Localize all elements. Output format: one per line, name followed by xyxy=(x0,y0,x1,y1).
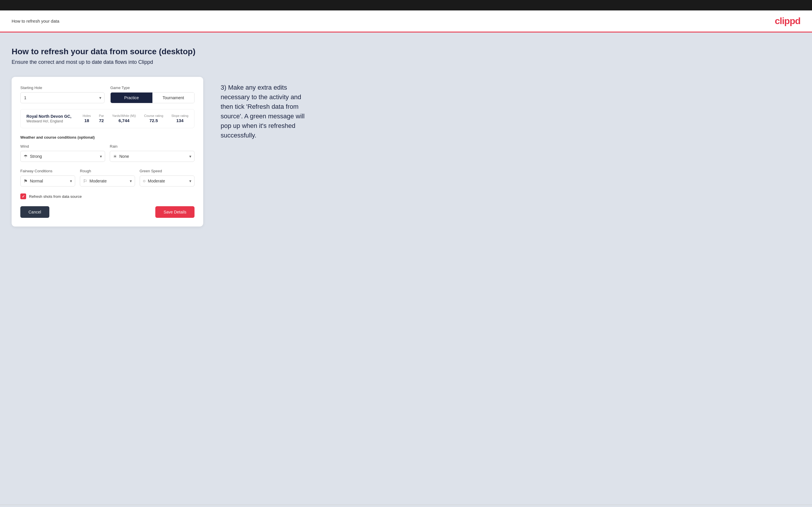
wind-select[interactable]: Strong xyxy=(28,151,105,162)
wind-group: Wind ☂ Strong ▾ xyxy=(20,144,105,162)
rain-group: Rain ☀ None ▾ xyxy=(110,144,195,162)
yards-label: Yards/White (M)) xyxy=(112,114,136,117)
wind-rain-row: Wind ☂ Strong ▾ Rain ☀ None xyxy=(20,144,195,162)
page-heading: How to refresh your data from source (de… xyxy=(12,47,800,56)
wind-label: Wind xyxy=(20,144,105,149)
cancel-button[interactable]: Cancel xyxy=(20,206,49,218)
course-info: Royal North Devon GC, Westward Ho!, Engl… xyxy=(27,114,71,123)
course-row: Royal North Devon GC, Westward Ho!, Engl… xyxy=(20,109,195,128)
yards-value: 6,744 xyxy=(118,118,130,123)
footer: Copyright Clippd 2022 xyxy=(0,505,812,507)
rough-icon: ⚐ xyxy=(80,178,87,184)
wind-icon: ☂ xyxy=(20,154,28,159)
side-note: 3) Make any extra edits necessary to the… xyxy=(221,77,313,140)
page-subheading: Ensure the correct and most up to date d… xyxy=(12,59,800,65)
course-stats: Holes 18 Par 72 Yards/White (M)) 6,744 C… xyxy=(83,114,189,123)
holes-stat: Holes 18 xyxy=(83,114,91,123)
green-speed-select-wrapper[interactable]: ○ Moderate ▾ xyxy=(140,175,195,186)
side-note-text: 3) Make any extra edits necessary to the… xyxy=(221,83,313,140)
tournament-button[interactable]: Tournament xyxy=(152,93,194,103)
par-value: 72 xyxy=(99,118,104,123)
refresh-label: Refresh shots from data source xyxy=(29,194,82,199)
rough-group: Rough ⚐ Moderate ▾ xyxy=(80,169,135,186)
holes-label: Holes xyxy=(83,114,91,117)
course-rating-stat: Course rating 72.5 xyxy=(144,114,163,123)
rain-label: Rain xyxy=(110,144,195,149)
button-row: Cancel Save Details xyxy=(20,206,195,218)
conditions-section-title: Weather and course conditions (optional) xyxy=(20,135,195,139)
starting-hole-select-wrapper[interactable]: 1 ▾ xyxy=(20,92,104,103)
main-content: How to refresh your data from source (de… xyxy=(0,33,812,505)
header-title: How to refresh your data xyxy=(12,18,59,23)
starting-hole-select[interactable]: 1 xyxy=(20,93,104,103)
game-type-toggle: Practice Tournament xyxy=(110,92,195,103)
green-speed-icon: ○ xyxy=(140,178,146,184)
top-bar xyxy=(0,0,812,10)
yards-stat: Yards/White (M)) 6,744 xyxy=(112,114,136,123)
slope-rating-label: Slope rating xyxy=(171,114,189,117)
rain-select-wrapper[interactable]: ☀ None ▾ xyxy=(110,151,195,162)
game-type-group: Game Type Practice Tournament xyxy=(110,86,195,103)
fairway-select-wrapper[interactable]: ⚑ Normal ▾ xyxy=(20,175,75,186)
green-speed-group: Green Speed ○ Moderate ▾ xyxy=(140,169,195,186)
form-panel: Starting Hole 1 ▾ Game Type Practice Tou… xyxy=(12,77,203,227)
save-button[interactable]: Save Details xyxy=(155,206,195,218)
course-rating-label: Course rating xyxy=(144,114,163,117)
rough-select[interactable]: Moderate xyxy=(87,176,135,186)
rough-label: Rough xyxy=(80,169,135,173)
top-form-row: Starting Hole 1 ▾ Game Type Practice Tou… xyxy=(20,86,195,103)
logo: clippd xyxy=(775,16,800,26)
course-location: Westward Ho!, England xyxy=(27,119,71,123)
rough-select-wrapper[interactable]: ⚐ Moderate ▾ xyxy=(80,175,135,186)
slope-rating-stat: Slope rating 134 xyxy=(171,114,189,123)
content-area: Starting Hole 1 ▾ Game Type Practice Tou… xyxy=(12,77,800,227)
practice-button[interactable]: Practice xyxy=(111,93,152,103)
green-speed-select[interactable]: Moderate xyxy=(145,176,194,186)
game-type-label: Game Type xyxy=(110,86,195,90)
check-icon: ✓ xyxy=(22,194,25,199)
starting-hole-group: Starting Hole 1 ▾ xyxy=(20,86,104,103)
starting-hole-label: Starting Hole xyxy=(20,86,104,90)
rain-icon: ☀ xyxy=(110,154,117,159)
course-name: Royal North Devon GC, xyxy=(27,114,71,119)
fairway-label: Fairway Conditions xyxy=(20,169,75,173)
course-rating-value: 72.5 xyxy=(150,118,158,123)
header: How to refresh your data clippd xyxy=(0,10,812,33)
holes-value: 18 xyxy=(84,118,89,123)
conditions-row-2: Fairway Conditions ⚑ Normal ▾ Rough ⚐ xyxy=(20,169,195,186)
refresh-checkbox[interactable]: ✓ xyxy=(20,193,26,199)
refresh-checkbox-row: ✓ Refresh shots from data source xyxy=(20,193,195,199)
fairway-select[interactable]: Normal xyxy=(28,176,75,186)
slope-rating-value: 134 xyxy=(176,118,184,123)
wind-select-wrapper[interactable]: ☂ Strong ▾ xyxy=(20,151,105,162)
par-stat: Par 72 xyxy=(99,114,104,123)
green-speed-label: Green Speed xyxy=(140,169,195,173)
fairway-group: Fairway Conditions ⚑ Normal ▾ xyxy=(20,169,75,186)
rain-select[interactable]: None xyxy=(117,151,194,162)
fairway-icon: ⚑ xyxy=(20,178,28,184)
par-label: Par xyxy=(99,114,104,117)
